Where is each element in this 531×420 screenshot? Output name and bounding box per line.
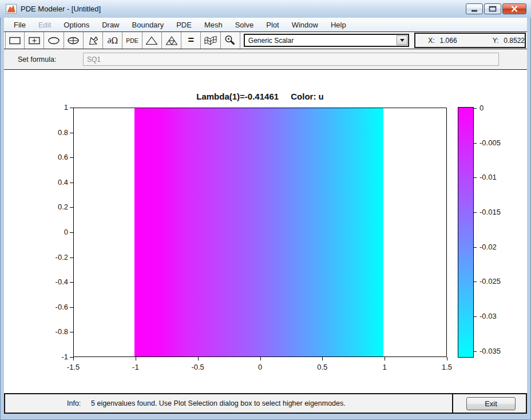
set-formula-label: Set formula: <box>18 56 56 64</box>
solution-gradient <box>134 108 383 356</box>
colorbar-tick-mark <box>474 108 477 109</box>
exit-button-label: Exit <box>485 399 497 408</box>
y-tick-mark <box>70 307 73 308</box>
y-tick-mark <box>70 332 73 332</box>
draw-rectangle-centered-button[interactable] <box>25 32 44 49</box>
rectangle-icon <box>8 35 22 46</box>
y-tick-mark <box>70 157 73 158</box>
magnifier-icon <box>223 34 237 47</box>
window-title: PDE Modeler - [Untitled] <box>21 5 101 13</box>
boundary-mode-button[interactable]: ∂Ω <box>103 32 122 49</box>
x-tick-mark <box>447 357 447 360</box>
y-tick-mark <box>70 282 73 283</box>
colorbar <box>458 107 474 358</box>
colorbar-tick-mark <box>474 143 477 144</box>
y-tick-label: -0.2 <box>39 253 68 261</box>
pde-modeler-window: PDE Modeler - [Untitled] File Ed <box>0 0 531 420</box>
close-button[interactable] <box>502 3 526 14</box>
solve-equals-label: = <box>188 34 194 46</box>
x-tick-label: 0 <box>243 363 278 371</box>
y-tick-label: -1 <box>39 352 68 361</box>
x-tick-label: 1 <box>367 363 402 371</box>
x-tick-mark <box>198 357 199 360</box>
colorbar-tick-label: -0.03 <box>480 312 512 320</box>
y-tick-label: 0.6 <box>39 153 68 161</box>
app-icon <box>6 4 17 14</box>
menu-draw[interactable]: Draw <box>96 19 125 31</box>
cursor-y-value: 0.8522 <box>504 37 525 45</box>
plot-3d-button[interactable] <box>201 32 220 49</box>
titlebar: PDE Modeler - [Untitled] <box>0 0 531 18</box>
ellipse-plus-icon <box>66 35 80 46</box>
y-tick-label: 0.4 <box>39 178 68 187</box>
draw-ellipse-centered-button[interactable] <box>64 32 84 49</box>
menu-boundary[interactable]: Boundary <box>126 19 171 31</box>
colorbar-tick-label: -0.015 <box>480 208 512 216</box>
menu-window[interactable]: Window <box>286 19 324 31</box>
close-icon <box>503 4 526 14</box>
draw-polygon-button[interactable] <box>84 32 103 49</box>
x-tick-label: -0.5 <box>181 363 215 371</box>
x-tick-label: -1.5 <box>56 363 90 371</box>
menu-bar: File Edit Options Draw Boundary PDE Mesh… <box>4 18 527 32</box>
maximize-icon <box>485 4 501 14</box>
x-tick-mark <box>385 357 385 360</box>
menu-help[interactable]: Help <box>324 19 352 31</box>
colorbar-tick-mark <box>474 177 477 178</box>
y-tick-mark <box>70 133 73 133</box>
exit-button[interactable]: Exit <box>466 397 516 410</box>
x-tick-label: 1.5 <box>430 363 464 371</box>
y-tick-mark <box>70 183 73 183</box>
colorbar-tick-label: -0.005 <box>480 138 512 147</box>
menu-pde[interactable]: PDE <box>170 19 198 31</box>
info-message: 5 eigenvalues found. Use Plot Selection … <box>91 399 346 407</box>
application-mode-select[interactable]: Generic Scalar <box>244 34 409 47</box>
zoom-button[interactable] <box>221 32 240 49</box>
mesh-surface-icon <box>204 34 217 47</box>
pde-mode-label: PDE <box>126 37 138 44</box>
pde-mode-button[interactable]: PDE <box>122 32 142 49</box>
y-tick-label: -0.6 <box>39 303 68 311</box>
dropdown-button[interactable] <box>397 35 407 45</box>
x-tick-mark <box>136 357 136 360</box>
draw-ellipse-button[interactable] <box>44 32 64 49</box>
boundary-mode-label: ∂Ω <box>107 36 118 45</box>
cursor-y-label: Y: <box>493 37 499 45</box>
menu-file[interactable]: File <box>7 19 32 31</box>
refine-mesh-button[interactable] <box>162 32 181 49</box>
x-tick-label: 0.5 <box>305 363 339 371</box>
maximize-button[interactable] <box>484 3 501 14</box>
colorbar-tick-label: -0.01 <box>480 173 512 181</box>
mesh-mode-button[interactable] <box>142 32 162 49</box>
colorbar-tick-mark <box>474 316 477 317</box>
set-formula-bar: Set formula: <box>4 49 527 70</box>
menu-solve[interactable]: Solve <box>229 19 260 31</box>
menu-plot[interactable]: Plot <box>260 19 285 31</box>
window-controls <box>466 3 526 14</box>
draw-rectangle-button[interactable] <box>5 32 25 49</box>
y-tick-mark <box>70 207 73 208</box>
menu-options[interactable]: Options <box>57 19 96 31</box>
chevron-down-icon <box>400 39 405 42</box>
cursor-coordinates: X: 1.066 Y: 0.8522 <box>414 33 526 48</box>
minimize-icon <box>466 4 482 14</box>
colorbar-tick-label: 0 <box>480 104 512 112</box>
x-tick-mark <box>322 357 323 360</box>
triangle-icon <box>145 35 158 46</box>
x-tick-label: -1 <box>118 363 153 371</box>
set-formula-input[interactable] <box>83 53 499 66</box>
y-tick-label: 1 <box>39 103 68 112</box>
minimize-button[interactable] <box>466 3 483 14</box>
exit-panel: Exit <box>452 393 527 414</box>
toolbar: ∂Ω PDE = <box>4 32 527 49</box>
rectangle-plus-icon <box>27 35 41 46</box>
plot-title-color: Color: u <box>291 92 324 101</box>
y-tick-label: 0 <box>39 228 68 236</box>
plot-title: Lambda(1)=-0.41461 Color: u <box>159 92 361 101</box>
solve-button[interactable]: = <box>181 32 201 49</box>
colorbar-tick-mark <box>474 212 477 213</box>
y-tick-label: 0.2 <box>39 203 68 211</box>
colorbar-tick-label: -0.025 <box>480 277 512 286</box>
menu-mesh[interactable]: Mesh <box>198 19 229 31</box>
y-tick-mark <box>70 232 73 233</box>
